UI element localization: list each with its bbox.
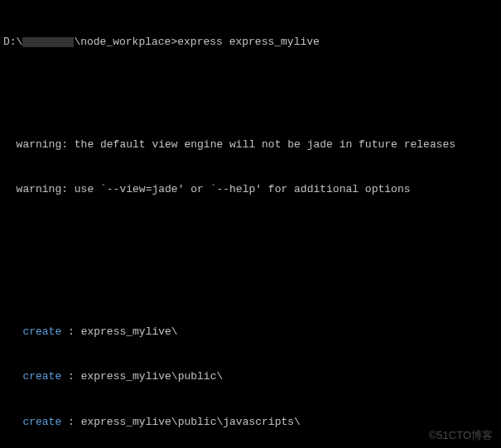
create-line: create : express_mylive\public\javascrip… [3,415,498,430]
create-path: express_mylive\public\javascripts\ [81,416,301,428]
create-block: create : express_mylive\ create : expres… [3,294,498,448]
create-line: create : express_mylive\ [3,325,498,340]
terminal-output: D:\\node_workplace>express express_myliv… [3,5,498,448]
prompt-suffix: \node_workplace> [74,36,177,48]
prompt-line: D:\\node_workplace>express express_myliv… [3,35,498,50]
warning-line: warning: the default view engine will no… [3,137,498,152]
redacted-path [22,37,74,47]
warning-block: warning: the default view engine will no… [3,107,498,228]
create-path: express_mylive\public\ [81,370,224,383]
prompt-command: express express_mylive [177,36,320,48]
create-keyword: create [22,416,61,428]
create-line: create : express_mylive\public\ [3,369,498,384]
prompt-drive: D:\ [3,36,22,48]
create-keyword: create [22,325,61,338]
watermark: ©51CTO博客 [429,428,493,443]
create-path: express_mylive\ [81,325,178,338]
warning-line: warning: use `--view=jade' or `--help' f… [3,182,498,197]
create-keyword: create [22,370,61,383]
